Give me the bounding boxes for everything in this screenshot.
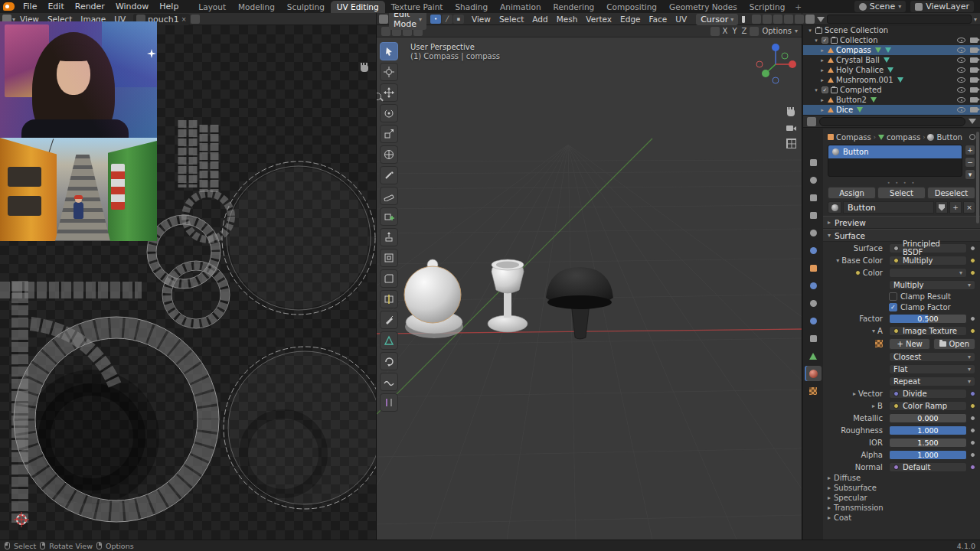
interpolation-dropdown[interactable]: Closest▾ (889, 352, 975, 362)
camera-icon[interactable] (970, 37, 978, 43)
eye-icon[interactable] (957, 37, 965, 43)
tab-constraints[interactable] (805, 331, 822, 346)
eye-icon[interactable] (957, 87, 965, 93)
tab-modeling[interactable]: Modeling (232, 1, 281, 13)
surface-shader-menu[interactable]: Principled BSDF (889, 243, 967, 253)
list-resize-grip[interactable]: ∙ ∙ ∙ ∙ (823, 180, 980, 186)
vertex-select-mode-button[interactable]: • (430, 15, 441, 24)
slot-specials-button[interactable]: ▾ (965, 169, 975, 180)
eye-icon[interactable] (957, 107, 965, 112)
tool-measure[interactable] (380, 187, 398, 205)
tab-animation[interactable]: Animation (494, 1, 547, 13)
options-dropdown[interactable]: Options (760, 27, 793, 35)
breadcrumb-object[interactable]: Compass (836, 133, 871, 142)
outliner-search-input[interactable] (827, 15, 972, 24)
material-name-field[interactable]: Button (843, 201, 934, 214)
menu-window[interactable]: Window (111, 1, 153, 12)
caret-down-icon[interactable]: ▾ (813, 87, 819, 93)
vector-menu[interactable]: Divide (889, 389, 967, 399)
metallic-slider[interactable]: 0.000 (889, 413, 967, 423)
projection-dropdown[interactable]: Flat▾ (889, 364, 975, 374)
tool-cursor[interactable] (380, 63, 398, 81)
outliner-row-mushroom[interactable]: ▸ Mushroom.001 (803, 75, 980, 85)
outliner-row-holy-chalice[interactable]: ▸ Holy Chalice (803, 65, 980, 75)
camera-icon[interactable] (970, 57, 978, 63)
tool-knife[interactable] (380, 311, 398, 329)
object-mushroom[interactable] (546, 267, 613, 339)
eye-icon[interactable] (957, 57, 965, 63)
tab-modifiers[interactable] (805, 278, 822, 293)
tool-transform[interactable] (380, 145, 398, 164)
caret-right-icon[interactable]: ▸ (819, 67, 825, 73)
uv-pan-icon[interactable] (358, 62, 370, 73)
alpha-slider[interactable]: 1.000 (889, 450, 967, 460)
properties-search-input[interactable] (819, 117, 965, 126)
breadcrumb-material[interactable]: Button (936, 133, 962, 142)
breadcrumb-data[interactable]: compass (887, 133, 920, 142)
vp-menu-select[interactable]: Select (495, 15, 528, 24)
tab-rendering[interactable]: Rendering (547, 1, 601, 13)
browse-material-icon[interactable] (828, 201, 841, 214)
tab-world[interactable] (805, 243, 822, 258)
tool-annotate[interactable] (380, 166, 398, 184)
caret-down-icon[interactable]: ▾ (872, 328, 875, 334)
tab-uv-editing[interactable]: UV Editing (331, 1, 385, 13)
caret-right-icon[interactable]: ▸ (819, 107, 825, 113)
blender-logo-icon[interactable] (3, 2, 15, 11)
snap-icon[interactable] (750, 27, 759, 36)
outliner-row-dice[interactable]: ▸ Dice (803, 105, 980, 115)
uv-island-chains[interactable] (147, 194, 231, 328)
material-slot-list[interactable]: Button (828, 145, 962, 177)
caret-right-icon[interactable]: ▸ (819, 47, 825, 54)
new-image-button[interactable]: +New (889, 338, 931, 350)
tool-rotate[interactable] (380, 104, 398, 122)
outliner-editor-type-icon[interactable] (805, 15, 815, 24)
close-icon[interactable]: × (181, 16, 187, 23)
3d-viewport[interactable]: X Y Z Options ▾ User Perspective (1) Com… (377, 25, 802, 540)
viewport-pan-icon[interactable] (785, 106, 797, 119)
tab-texture-paint[interactable]: Texture Paint (385, 1, 449, 13)
outliner-row-scene-collection[interactable]: ▾ Scene Collection (803, 25, 980, 35)
open-image-button[interactable]: Open (933, 338, 975, 350)
menu-render[interactable]: Render (70, 1, 109, 12)
roughness-slider[interactable]: 1.000 (889, 425, 967, 435)
menu-file[interactable]: File (18, 1, 41, 12)
factor-slider[interactable]: 0.500 (889, 314, 967, 324)
camera-icon[interactable] (970, 87, 978, 93)
tool-add-cube[interactable] (380, 207, 398, 226)
blend-mode-dropdown[interactable]: Multiply▾ (889, 280, 975, 290)
select-button[interactable]: Select (877, 187, 926, 199)
tab-object-data[interactable] (805, 348, 822, 364)
tool-spin[interactable] (380, 352, 398, 370)
filter-funnel-icon[interactable] (969, 119, 976, 124)
tool-edge-slide[interactable] (380, 393, 398, 412)
input-a-menu[interactable]: Image Texture (889, 326, 967, 336)
diffuse-section-header[interactable]: ▸Diffuse (823, 473, 980, 483)
tab-tool[interactable] (805, 155, 822, 170)
navigation-gizmo[interactable] (756, 44, 796, 83)
vp-menu-add[interactable]: Add (528, 15, 551, 24)
object-compass[interactable] (404, 259, 463, 338)
vp-menu-view[interactable]: View (468, 15, 495, 24)
edge-select-mode-button[interactable]: ╱ (442, 15, 452, 24)
clamp-factor-checkbox[interactable]: ✓ (889, 303, 897, 311)
tab-view-layer[interactable] (805, 207, 822, 223)
vp-menu-uv[interactable]: UV (671, 15, 691, 24)
caret-down-icon[interactable]: ▾ (807, 28, 813, 34)
tab-physics[interactable] (805, 313, 822, 328)
caret-right-icon[interactable]: ▸ (872, 403, 875, 409)
tab-shading[interactable]: Shading (449, 1, 494, 13)
eye-icon[interactable] (957, 77, 965, 83)
proportional-edit-icon[interactable] (752, 15, 761, 24)
tool-loop-cut[interactable] (380, 290, 398, 308)
tab-particles[interactable] (805, 295, 822, 311)
camera-icon[interactable] (970, 67, 978, 73)
outliner-row-completed[interactable]: ▾ ✓ Completed (803, 85, 980, 95)
outliner-row-collection[interactable]: ▾ ✓ Collection (803, 35, 980, 45)
transmission-section-header[interactable]: ▸Transmission (823, 503, 980, 513)
tool-extrude[interactable] (380, 228, 398, 246)
axis-z-toggle[interactable]: Z (740, 27, 749, 35)
mirror-icon[interactable] (710, 27, 720, 36)
tab-compositing[interactable]: Compositing (600, 1, 663, 13)
vp-menu-edge[interactable]: Edge (616, 15, 644, 24)
